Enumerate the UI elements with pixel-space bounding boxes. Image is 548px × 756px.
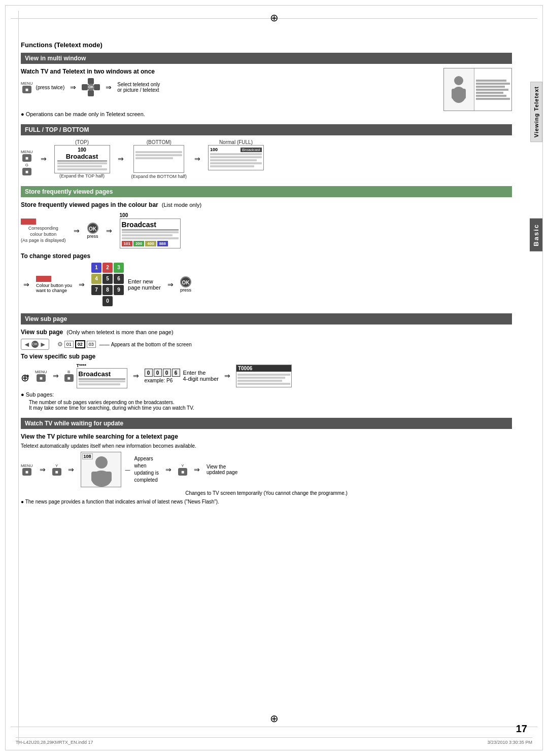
colour-bar-200: 200: [133, 241, 144, 246]
svg-rect-5: [91, 472, 112, 482]
svg-rect-2: [452, 89, 466, 99]
colour-bar-888: 888: [157, 241, 168, 246]
nav-arrows[interactable]: ◄ OK ►: [21, 339, 49, 350]
ok-press-container: OK press: [180, 276, 191, 293]
ok-btn-container: OK press: [87, 223, 98, 239]
digit-6: 6: [172, 369, 180, 377]
top-teletext-screen: 100 Broadcast: [54, 145, 110, 173]
to-change-title: To change stored pages: [21, 253, 90, 260]
enter-4digit-label: Enter the 4-digit number: [183, 370, 219, 382]
enter-page-num-label: Enter new page number: [128, 278, 161, 291]
full-page-num: 100: [210, 147, 218, 152]
store-pages-header: Store frequently viewed pages: [21, 186, 512, 197]
y-btn-2[interactable]: ■: [178, 468, 187, 476]
g-btn[interactable]: ■: [22, 168, 31, 175]
expand-top-label: (Expand the TOP half): [54, 173, 110, 178]
sp-broadcast-screen: Broadcast: [77, 368, 127, 388]
digit-0-1: 0: [145, 369, 153, 377]
g-label: G: [25, 163, 28, 167]
arrow-wu-3: —: [125, 467, 130, 473]
num-1[interactable]: 1: [91, 263, 101, 273]
view-sub-subtitle-row: View sub page (Only when teletext is mor…: [21, 329, 512, 336]
colour-btn-stack: Corresponding colour button (As page is …: [21, 219, 66, 243]
colour-bar-400: 400: [145, 241, 156, 246]
select-teletext-label: Select teletext only or picture / telete…: [117, 82, 160, 93]
arrow-change-1: ⇒: [79, 280, 85, 289]
sp-broadcast-title: Broadcast: [79, 370, 125, 379]
watch-tv-teletext-subtitle: Watch TV and Teletext in two windows at …: [21, 68, 512, 75]
t0006-screen: T0006: [236, 365, 292, 387]
tv-picture: [443, 68, 512, 111]
changes-note: Changes to TV screen temporarily (You ca…: [21, 490, 512, 496]
subpage-nums: ⚙ 01 02 03 —— Appears at the bottom of t…: [57, 340, 192, 348]
change-stored-row: ⇒ Colour button you want to change ⇒ 1 2…: [21, 263, 512, 306]
page-108-label: 108: [82, 453, 93, 459]
num-5[interactable]: 5: [102, 274, 113, 284]
num-2[interactable]: 2: [102, 263, 113, 273]
arrow-right-icon-2: ⇒: [106, 83, 112, 91]
num-9[interactable]: 9: [114, 285, 124, 295]
full-screen-container: Normal (FULL) 100 Broadcast: [208, 139, 264, 170]
num-7[interactable]: 7: [91, 285, 101, 295]
store-pages-subtitle-row: Store frequently viewed pages in the col…: [21, 201, 512, 208]
store-teletext-screen: Broadcast 101 200 400 888: [120, 219, 181, 248]
view-in-multi-header: View in multi window: [21, 53, 512, 64]
colour-btn-change[interactable]: [36, 276, 51, 282]
menu-wu-container: MENU ■: [21, 463, 33, 476]
top-broadcast-title: Broadcast: [57, 153, 107, 161]
bottom-teletext-screen: [133, 145, 184, 173]
specific-subpage-row: ⇒ MENU ■ ⇒ B ■ T**** Broadcast: [21, 363, 512, 388]
menu-button[interactable]: ■: [22, 86, 31, 93]
colour-btn-change-label1: Colour button you: [36, 283, 72, 288]
dpad-button[interactable]: OK: [82, 78, 100, 96]
num-0[interactable]: 0: [102, 296, 113, 306]
arrow-change-2: ⇒: [167, 280, 174, 289]
store-pages-subtitle: Store frequently viewed pages in the col…: [21, 201, 158, 208]
corresponding-label: Corresponding: [21, 226, 66, 231]
sub-pages-note1: ● Sub pages:: [21, 391, 512, 398]
ok-button-1[interactable]: OK: [87, 223, 98, 234]
change-stored-subtitle: To change stored pages: [21, 253, 512, 260]
num-8[interactable]: 8: [102, 285, 113, 295]
menu-btn-2[interactable]: ■: [22, 154, 31, 162]
store-pages-note: (List mode only): [162, 202, 201, 208]
menu-sp-btn[interactable]: ■: [37, 374, 46, 382]
y-btn-1[interactable]: ■: [52, 468, 61, 476]
watch-tv-update-section: Watch TV while waiting for update View t…: [21, 418, 512, 505]
digit-0-2: 0: [154, 369, 162, 377]
basic-tab: Basic: [530, 219, 542, 251]
arrow-wu-5: ⇒: [194, 465, 200, 474]
view-updated-label: View the updated page: [207, 464, 237, 475]
menu-g-btns: MENU ■ G ■: [21, 150, 33, 175]
b-btn-container: B ■: [64, 370, 74, 382]
expand-bottom-label: (Expand the BOTTOM half): [131, 174, 187, 179]
footer: TH-L42U20,28,29KMRTX_EN.indd 17 3/23/201…: [16, 737, 532, 745]
num-6[interactable]: 6: [114, 274, 124, 284]
arrow-wu-2: ⇒: [68, 465, 74, 474]
arrow-3: ⇒: [194, 155, 200, 163]
viewing-teletext-tab: Viewing Teletext: [530, 82, 542, 142]
arrow-sp-3: ⇒: [224, 372, 230, 380]
arrow-change-0: ⇒: [23, 280, 29, 289]
subpage-indicator-row: ◄ OK ► ⚙ 01 02 03 —— Appears at the bott…: [21, 339, 512, 350]
digit-sequence-container: 0 0 0 6 example: P6: [145, 369, 180, 383]
digit-sequence: 0 0 0 6: [145, 369, 180, 377]
sub-pages-note2: The number of sub pages varies depending…: [29, 400, 512, 405]
person-108-screen: 108: [81, 452, 121, 487]
num-4[interactable]: 4: [91, 274, 101, 284]
t0006-lines: [236, 372, 291, 387]
red-colour-btn[interactable]: [21, 219, 36, 225]
press-twice-label: (press twice): [36, 85, 65, 90]
store-pages-row: Corresponding colour button (As page is …: [21, 212, 512, 248]
ok-button-2[interactable]: OK: [180, 276, 191, 287]
num-3[interactable]: 3: [114, 263, 124, 273]
footer-left: TH-L42U20,28,29KMRTX_EN.indd 17: [16, 740, 93, 745]
subpage-02-active: 02: [75, 340, 85, 348]
arrow-right-icon-1: ⇒: [70, 83, 76, 91]
colour-bar-101: 101: [122, 241, 132, 246]
b-label: B: [64, 370, 74, 374]
news-note: ● The news page provides a function that…: [21, 499, 512, 505]
menu-wu-btn[interactable]: ■: [22, 468, 31, 476]
compass-icon-bottom: ⊕: [270, 712, 279, 725]
b-btn[interactable]: ■: [64, 374, 74, 382]
